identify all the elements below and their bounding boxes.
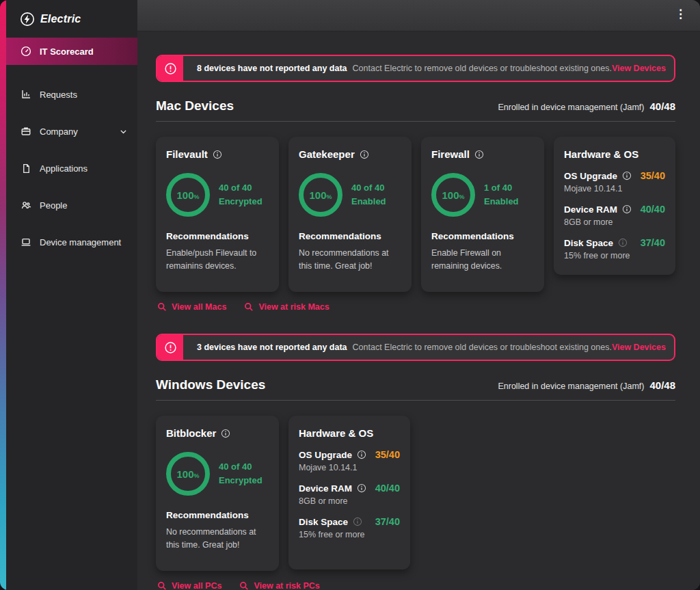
sidebar-item-it-scorecard[interactable]: IT Scorecard [6, 38, 137, 65]
progress-ring: 100% [166, 173, 210, 217]
bitblocker-card: Bitblocker 100% 40 of 40 Encrypted Recom… [156, 416, 279, 571]
sidebar-item-label: Company [40, 126, 78, 137]
info-icon[interactable] [360, 150, 369, 159]
ring-label: 40 of 40 Encrypted [219, 460, 262, 487]
hw-row-os-upgrade: OS Upgrade 35/40 Mojave 10.14.1 [564, 170, 665, 193]
windows-cards-row: Bitblocker 100% 40 of 40 Encrypted Recom… [156, 416, 675, 571]
sidebar-item-label: Requests [40, 90, 77, 100]
chevron-down-icon[interactable] [119, 127, 128, 136]
stat-sublabel: Mojave 10.14.1 [299, 463, 400, 472]
card-title: Firewall [431, 148, 470, 160]
section-title: Windows Devices [156, 377, 265, 392]
mac-section-header: Mac Devices Enrolled in device managemen… [156, 98, 675, 113]
mac-hardware-os-card: Hardware & OS OS Upgrade 35/40 Mojave 10… [554, 137, 675, 275]
ring-label: 40 of 40 Enabled [351, 181, 386, 209]
recommendations-title: Recommendations [166, 510, 269, 520]
sidebar-item-people[interactable]: People [6, 191, 137, 219]
info-icon[interactable] [474, 150, 484, 159]
hw-row-disk-space: Disk Space 37/40 15% free or more [564, 237, 665, 260]
info-icon[interactable] [357, 450, 366, 459]
stat-value: 37/40 [375, 516, 400, 527]
sidebar-item-applications[interactable]: Applications [6, 155, 137, 182]
stat-value: 35/40 [375, 449, 400, 460]
info-icon[interactable] [622, 204, 632, 214]
enrollment-value: 40/48 [649, 379, 675, 391]
stat-sublabel: 15% free or more [299, 530, 400, 539]
document-icon [21, 163, 31, 174]
alert-message: Contact Electric to remove old devices o… [353, 64, 612, 73]
info-icon[interactable] [213, 150, 222, 159]
enrollment-value: 40/48 [649, 100, 675, 112]
recommendations-body: Enable/push Filevault to remainins devic… [166, 247, 269, 272]
info-icon[interactable] [618, 238, 628, 247]
info-icon[interactable] [221, 429, 230, 438]
sidebar-item-requests[interactable]: Requests [6, 81, 137, 108]
gauge-icon [21, 46, 31, 57]
stat-value: 40/40 [375, 483, 400, 494]
chart-icon [21, 89, 31, 100]
content-area: ⋮ 8 devices have not reported any data C… [137, 0, 700, 590]
hw-row-disk-space: Disk Space 37/40 15% free or more [299, 516, 400, 539]
view-at-risk-pcs-link[interactable]: View at risk PCs [239, 581, 319, 590]
brand-name: Electric [40, 13, 81, 25]
view-devices-link[interactable]: View Devices [612, 343, 666, 352]
progress-ring: 100% [431, 173, 475, 217]
progress-ring: 100% [166, 452, 210, 496]
alert-message: Contact Electric to remove old devices o… [353, 343, 612, 352]
view-all-macs-link[interactable]: View all Macs [157, 302, 226, 312]
alert-title: 3 devices have not reported any data [197, 343, 347, 352]
windows-section-header: Windows Devices Enrolled in device manag… [156, 377, 675, 392]
briefcase-icon [21, 126, 31, 137]
ring-label: 40 of 40 Encrypted [219, 181, 262, 209]
search-icon [157, 581, 167, 590]
laptop-icon [21, 237, 31, 247]
card-title: Hardware & OS [564, 148, 638, 160]
sidebar-item-label: IT Scorecard [40, 46, 94, 57]
section-divider [156, 400, 675, 401]
recommendations-body: Enable Firewall on remaining devices. [431, 247, 534, 272]
ring-label: 1 of 40 Enabled [484, 181, 519, 209]
recommendations-body: No recommendations at this time. Great j… [299, 247, 401, 272]
hw-row-device-ram: Device RAM 40/40 8GB or more [299, 483, 400, 506]
enrollment-label: Enrolled in device management (Jamf) [498, 381, 644, 391]
card-title: Filevault [166, 148, 208, 160]
view-devices-link[interactable]: View Devices [612, 64, 666, 73]
section-divider [156, 121, 675, 122]
firewall-card: Firewall 100% 1 of 40 Enabled Recommenda… [421, 137, 544, 292]
recommendations-title: Recommendations [166, 231, 269, 241]
alert-banner-mac: 8 devices have not reported any data Con… [156, 55, 675, 82]
filevault-card: Filevault 100% 40 of 40 Encrypted Recomm… [156, 137, 279, 292]
sidebar-item-device-management[interactable]: Device management [6, 228, 137, 256]
windows-hardware-os-card: Hardware & OS OS Upgrade 35/40 Mojave 10… [288, 416, 410, 569]
info-icon[interactable] [353, 517, 362, 526]
sidebar-item-company[interactable]: Company [6, 118, 137, 145]
enrollment-label: Enrolled in device management (Jamf) [498, 103, 644, 112]
alert-banner-windows: 3 devices have not reported any data Con… [156, 334, 675, 361]
progress-ring: 100% [299, 173, 342, 217]
brand-logo[interactable]: Electric [6, 0, 137, 38]
topbar: ⋮ [137, 0, 700, 31]
card-title: Gatekeeper [299, 148, 355, 160]
search-icon [157, 302, 167, 312]
mac-links-row: View all Macs View at risk Macs [156, 302, 675, 312]
stat-value: 37/40 [641, 237, 665, 248]
view-all-pcs-link[interactable]: View all PCs [157, 581, 221, 590]
app-window: Electric IT Scorecard Requests Company [0, 0, 700, 590]
brand-gradient-strip [0, 0, 6, 590]
recommendations-title: Recommendations [431, 231, 534, 241]
sidebar-item-label: Applications [40, 163, 88, 174]
kebab-menu-icon[interactable]: ⋮ [675, 8, 686, 20]
recommendations-title: Recommendations [299, 231, 401, 241]
info-icon[interactable] [622, 171, 632, 180]
card-title: Bitblocker [166, 427, 216, 439]
stat-sublabel: Mojave 10.14.1 [564, 184, 665, 193]
alert-exclamation-icon [157, 56, 183, 81]
view-at-risk-macs-link[interactable]: View at risk Macs [244, 302, 329, 312]
section-title: Mac Devices [156, 98, 234, 113]
info-icon[interactable] [357, 483, 366, 493]
stat-value: 40/40 [641, 204, 665, 215]
hw-row-device-ram: Device RAM 40/40 8GB or more [564, 204, 665, 227]
windows-links-row: View all PCs View at risk PCs [156, 581, 675, 590]
gatekeeper-card: Gatekeeper 100% 40 of 40 Enabled Recomme… [288, 137, 412, 292]
stat-sublabel: 8GB or more [564, 217, 665, 227]
